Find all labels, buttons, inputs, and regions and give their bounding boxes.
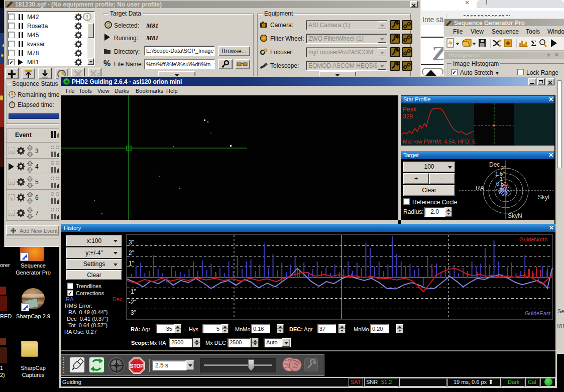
svg-text:-1": -1": [129, 288, 136, 295]
svg-text:STOP: STOP: [130, 363, 144, 369]
svg-text:GuideEast: GuideEast: [525, 310, 550, 316]
svg-text:-2": -2": [129, 299, 136, 306]
svg-text:-3": -3": [129, 309, 136, 316]
svg-text:2": 2": [129, 249, 134, 256]
svg-text:3": 3": [129, 239, 134, 246]
svg-text:1": 1": [129, 260, 134, 267]
svg-text:GuideNorth: GuideNorth: [519, 236, 547, 242]
